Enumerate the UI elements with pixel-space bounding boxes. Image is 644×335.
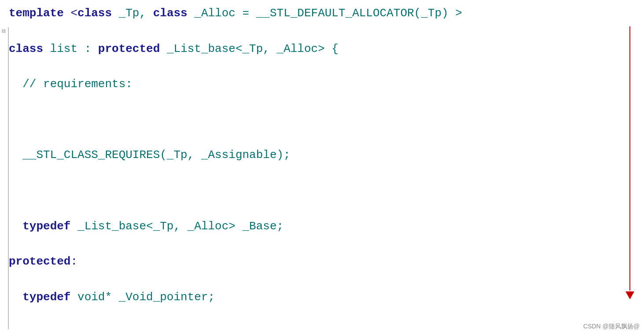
code-line: class list : protected _List_base<_Tp, _…: [9, 40, 635, 58]
code-line: template <class _Tp, class _Alloc = __ST…: [9, 4, 635, 22]
code-line: // requirements:: [9, 75, 635, 93]
code-token: __STL_CLASS_REQUIRES(_Tp, _Assignable);: [9, 148, 291, 162]
watermark: CSDN @随风飘扬@: [583, 323, 640, 331]
code-line: protected:: [9, 253, 635, 270]
code-token: protected: [98, 42, 160, 55]
code-line: typedef void* _Void_pointer;: [9, 288, 635, 306]
code-line: [9, 111, 635, 129]
code-token: _List_base<_Tp, _Alloc> _Base;: [70, 220, 283, 233]
code-token: [9, 220, 22, 233]
code-token: _Alloc = __STL_DEFAULT_ALLOCATOR(_Tp) >: [188, 7, 462, 20]
code-line: typedef _List_base<_Tp, _Alloc> _Base;: [9, 217, 635, 235]
code-token: <: [64, 7, 77, 20]
code-token: void* _Void_pointer;: [70, 291, 215, 304]
scroll-arrow: [629, 26, 631, 299]
code-line: [9, 324, 635, 335]
code-token: _Tp,: [112, 7, 153, 20]
scroll-line: [629, 26, 630, 291]
code-token: [9, 291, 22, 304]
code-token: // requirements:: [22, 77, 132, 91]
code-token: class: [77, 7, 112, 20]
collapse-icon[interactable]: ⊟: [2, 27, 5, 35]
code-container: ⊟ template <class _Tp, class _Alloc = __…: [0, 0, 644, 335]
code-token: protected: [9, 255, 70, 268]
code-token: :: [70, 255, 77, 268]
code-token: template: [9, 7, 64, 20]
code-token: _List_base<_Tp, _Alloc> {: [160, 42, 339, 55]
code-block: template <class _Tp, class _Alloc = __ST…: [9, 4, 635, 335]
code-token: list :: [43, 42, 98, 55]
code-token: class: [9, 42, 43, 55]
code-token: typedef: [22, 220, 70, 233]
scroll-arrow-head: [626, 291, 634, 299]
code-line: __STL_CLASS_REQUIRES(_Tp, _Assignable);: [9, 146, 635, 164]
code-token: class: [153, 7, 188, 20]
code-token: [9, 77, 22, 91]
scope-border: [8, 27, 9, 329]
code-token: typedef: [22, 291, 70, 304]
code-line: [9, 182, 635, 199]
